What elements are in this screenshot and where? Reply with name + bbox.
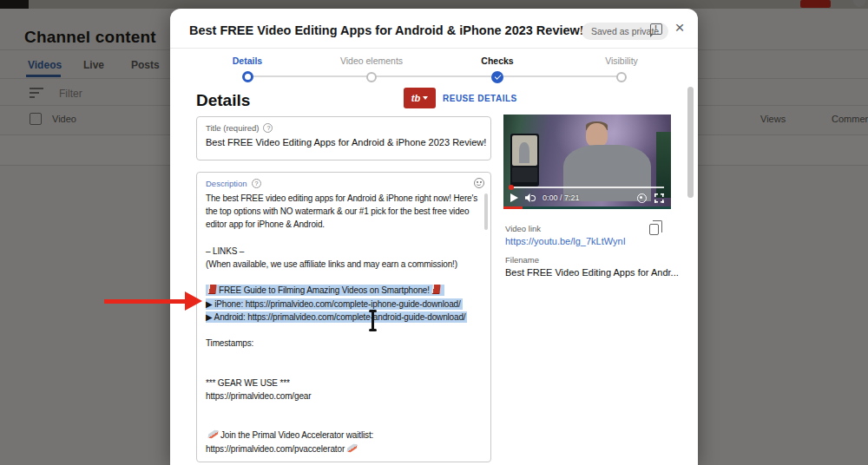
help-icon[interactable] [263,123,273,133]
step-circle-icon [366,72,377,82]
settings-gear-icon[interactable] [637,193,647,203]
dialog-scrollbar[interactable] [687,87,694,198]
description-line: https://primalvideo.com/pvaccelerator [206,442,485,455]
volume-icon[interactable] [525,193,536,202]
reuse-details-button[interactable]: REUSE DETAILS [443,94,517,103]
player-controls: 0:00 / 7:21 [503,190,671,206]
step-details[interactable]: Details [200,56,295,82]
phone-overlay [510,134,539,187]
description-line: Timestamps: [206,337,485,350]
play-icon[interactable] [510,193,518,202]
video-link-label: Video link [505,224,541,233]
description-line: FREE Guide to Filming Amazing Videos on … [206,284,485,297]
description-line [206,324,485,337]
rocket-emoji-icon [346,442,358,454]
section-title: Details [196,91,250,110]
filename-label: Filename [505,255,539,265]
description-line: editor app for iPhone & Android. [206,218,485,231]
step-video-elements[interactable]: Video elements [324,56,419,82]
video-link-url[interactable]: https://youtu.be/lg_7kLtWynI [505,236,626,246]
emoji-picker-icon[interactable] [474,178,484,188]
description-line: The best FREE video editing apps for And… [206,192,485,205]
title-field-value[interactable]: Best FREE Video Editing Apps for Android… [206,137,486,147]
dialog-title: Best FREE Video Editing Apps for Android… [189,23,589,37]
video-details-dialog: Best FREE Video Editing Apps for Android… [170,9,698,465]
step-circle-icon [242,71,253,82]
fullscreen-icon[interactable] [654,193,664,203]
feedback-icon[interactable] [650,23,662,35]
step-check-icon [491,71,503,83]
description-field-label: Description [206,179,247,188]
chevron-down-icon [423,96,428,100]
title-field-label: Title (required) [206,123,259,133]
description-line [206,416,485,429]
filename-value: Best FREE Video Editing Apps for Andr... [505,267,679,278]
stepper-line [247,75,621,77]
player-bottom-band [503,206,671,209]
time-display: 0:00 / 7:21 [542,193,580,202]
description-line: the top options with NO watermark & our … [206,205,485,218]
step-circle-icon [616,72,627,82]
annotation-arrow-head [185,291,202,311]
description-line [206,403,485,416]
text-cursor [368,310,378,331]
description-line: *** GEAR WE USE *** [206,377,485,390]
phone-screen-person [519,142,530,164]
description-line [206,350,485,363]
description-field[interactable]: Description The best FREE video editing … [196,172,491,462]
description-line: ▶ Android: https://primalvideo.com/compl… [206,311,485,324]
description-text[interactable]: The best FREE video editing apps for And… [206,192,485,455]
title-field[interactable]: Title (required) Best FREE Video Editing… [196,116,491,160]
annotation-arrow-line [104,299,186,304]
description-line: – LINKS – [206,245,485,258]
description-line [206,232,485,245]
tubebuddy-logo-icon: tb [411,93,420,103]
description-line [206,271,485,284]
description-line: ▶ iPhone: https://primalvideo.com/comple… [206,298,485,311]
tubebuddy-button[interactable]: tb [404,88,436,108]
seek-bar[interactable] [510,187,665,188]
rocket-emoji-icon [207,429,219,440]
phone-screen [512,135,537,166]
screen: Channel content Videos Live Posts Filter… [0,0,868,465]
book-emoji-icon [207,285,216,294]
video-meta-column: 0:00 / 7:21 Video link https://youtu.be/… [503,115,671,340]
description-line [206,363,485,376]
step-visibility[interactable]: Visibility [574,56,669,82]
phone-app-ui [512,167,537,182]
description-line: (When available, we use affiliate links … [206,258,485,271]
book-emoji-icon [431,285,440,294]
description-line: https://primalvideo.com/gear [206,390,485,403]
help-icon[interactable] [252,179,261,188]
close-icon[interactable] [671,18,688,37]
step-checks[interactable]: Checks [450,56,545,83]
video-player[interactable]: 0:00 / 7:21 [503,115,671,209]
player-progress [503,206,523,209]
description-line: Join the Primal Video Accelerator waitli… [206,429,485,442]
progress-stepper: DetailsVideo elementsChecksVisibility [170,49,698,88]
presenter-head [586,123,608,147]
copy-icon[interactable] [649,224,659,235]
